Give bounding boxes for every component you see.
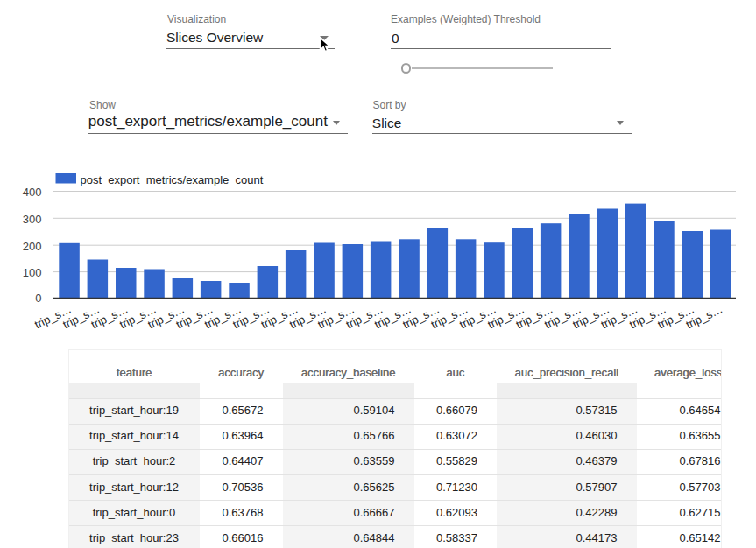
svg-text:300: 300 bbox=[23, 213, 42, 226]
svg-text:200: 200 bbox=[23, 240, 42, 253]
svg-text:100: 100 bbox=[23, 266, 42, 279]
svg-text:0: 0 bbox=[35, 292, 41, 305]
svg-text:400: 400 bbox=[23, 186, 42, 199]
svg-text:post_export_metrics/example_co: post_export_metrics/example_count bbox=[81, 173, 264, 186]
